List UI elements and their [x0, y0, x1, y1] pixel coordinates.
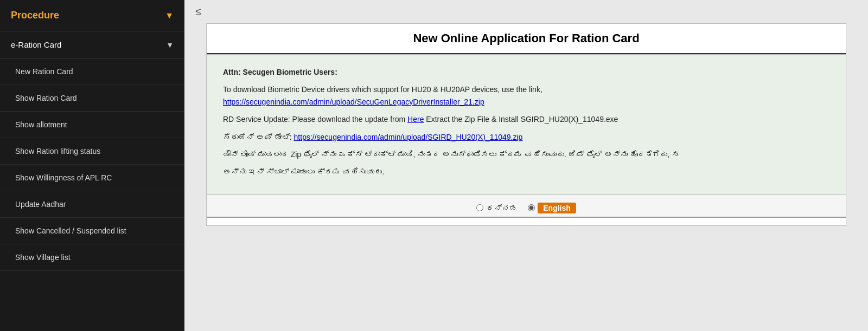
- kannada-line1: ಸೆಕುಜೆನ್ ಅಪ್ ಡೇಟ್: https://secugenindia.…: [223, 131, 829, 143]
- kannada-update-link[interactable]: https://secugenindia.com/admin/upload/SG…: [294, 133, 523, 141]
- card-body: Attn: Secugen Biometric Users: To downlo…: [207, 55, 846, 194]
- procedure-arrow-icon: ▼: [165, 11, 174, 21]
- sidebar-item-show-allotment[interactable]: Show allotment: [0, 112, 184, 138]
- sidebar-item-show-cancelled-suspended-list[interactable]: Show Cancelled / Suspended list: [0, 218, 184, 244]
- english-label: English: [538, 203, 576, 213]
- card-footer: [207, 218, 846, 225]
- sidebar-item-update-aadhar[interactable]: Update Aadhar: [0, 191, 184, 218]
- sidebar-item-show-ration-lifting-status[interactable]: Show Ration lifting status: [0, 138, 184, 165]
- driver-link[interactable]: https://secugenindia.com/admin/upload/Se…: [223, 98, 484, 106]
- rd-service-para: RD Service Update: Please download the u…: [223, 113, 829, 125]
- kannada-language-option[interactable]: ಕನ್ನಡ: [476, 204, 517, 212]
- application-card: New Online Application For Ration Card A…: [206, 23, 846, 226]
- kannada-line2: ಡೌನ್ ಲೋಡ್ ಮಾಡಲಾದ Zip ಫೈಲ್ ನ್ನು ಎಕ್ಸ್ ಟ್ರ…: [223, 148, 829, 160]
- sidebar-item-show-village-list[interactable]: Show Village list: [0, 244, 184, 271]
- kannada-line3: ಅನ್ನು ಇನ್ ಸ್ಟಾಲ್ ಮಾಡುಲು ಕ್ರಮ ವಹಿಸುವುದು.: [223, 166, 829, 178]
- english-radio[interactable]: [528, 204, 535, 211]
- sidebar: Procedure ▼ e-Ration Card ▼ New Ration C…: [0, 0, 184, 331]
- sidebar-erationcard-section[interactable]: e-Ration Card ▼: [0, 31, 184, 59]
- language-row: ಕನ್ನಡ English: [207, 194, 846, 217]
- sidebar-item-new-ration-card[interactable]: New Ration Card: [0, 59, 184, 85]
- english-language-option[interactable]: English: [528, 203, 576, 213]
- biometric-para: To download Biometric Device drivers whi…: [223, 83, 829, 108]
- sidebar-item-show-ration-card[interactable]: Show Ration Card: [0, 85, 184, 112]
- kannada-radio[interactable]: [476, 204, 483, 211]
- main-content: ≤ New Online Application For Ration Card…: [184, 0, 868, 331]
- erationcard-label: e-Ration Card: [11, 40, 61, 49]
- erationcard-arrow-icon: ▼: [166, 41, 174, 49]
- back-button[interactable]: ≤: [195, 5, 201, 18]
- kannada-label: ಕನ್ನಡ: [486, 204, 517, 212]
- card-title-row: New Online Application For Ration Card: [207, 24, 846, 54]
- here-link[interactable]: Here: [407, 115, 424, 124]
- attn-label: Attn: Secugen Biometric Users:: [223, 66, 829, 78]
- procedure-label: Procedure: [11, 10, 59, 21]
- sidebar-procedure-header[interactable]: Procedure ▼: [0, 0, 184, 31]
- card-title: New Online Application For Ration Card: [413, 31, 639, 45]
- sidebar-item-show-willingness-apl-rc[interactable]: Show Willingness of APL RC: [0, 165, 184, 191]
